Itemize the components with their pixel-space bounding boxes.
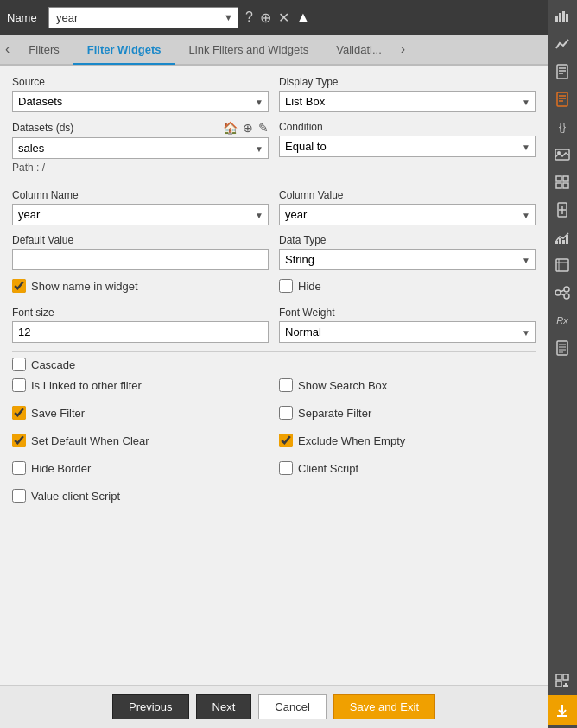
name-label: Name <box>7 11 41 24</box>
data-type-select[interactable]: String <box>279 249 536 270</box>
svg-rect-39 <box>563 674 568 680</box>
save-exit-button[interactable]: Save and Exit <box>333 694 435 719</box>
sidebar-icon-4[interactable]: {} <box>549 114 575 140</box>
sidebar-icon-8[interactable] <box>549 225 575 250</box>
divider <box>12 351 536 352</box>
svg-rect-0 <box>555 16 558 22</box>
sidebar-icon-9[interactable] <box>549 252 575 278</box>
sidebar-icon-11[interactable]: Rx <box>549 307 575 333</box>
svg-rect-24 <box>566 235 568 244</box>
sidebar-icon-1[interactable] <box>549 31 575 57</box>
form-area: Source Datasets Display Type List Box <box>0 66 548 685</box>
sidebar-icon-12[interactable] <box>549 335 575 361</box>
client-script-checkbox[interactable] <box>279 461 293 475</box>
separate-filter-label: Separate Filter <box>298 407 371 420</box>
close-icon[interactable]: ✕ <box>278 9 289 26</box>
next-button[interactable]: Next <box>196 694 252 719</box>
move-icon[interactable]: ⊕ <box>260 9 271 26</box>
value-client-script-row: Value client Script <box>12 489 269 503</box>
path-text: Path : / <box>12 161 269 174</box>
svg-rect-22 <box>559 238 561 244</box>
column-value-select-wrapper: year <box>279 204 536 225</box>
is-linked-checkbox[interactable] <box>12 378 26 392</box>
separate-filter-checkbox[interactable] <box>279 406 293 420</box>
font-size-label: Font size <box>12 307 269 319</box>
save-filter-row: Save Filter <box>12 406 269 420</box>
column-value-select[interactable]: year <box>279 204 536 225</box>
right-sidebar: {} Rx <box>548 0 577 728</box>
condition-select[interactable]: Equal to <box>279 136 536 157</box>
left-checkboxes: Is Linked to other filter Save Filter Se… <box>12 378 269 510</box>
svg-rect-15 <box>563 176 568 181</box>
right-checkboxes: Show Search Box Separate Filter Exclude … <box>279 378 536 510</box>
tab-filters[interactable]: Filters <box>15 36 73 65</box>
home-icon[interactable]: 🏠 <box>223 121 238 135</box>
hide-border-checkbox[interactable] <box>12 461 26 475</box>
data-type-label: Data Type <box>279 234 536 246</box>
previous-button[interactable]: Previous <box>112 694 189 719</box>
tab-link-filters[interactable]: Link Filters and Widgets <box>175 36 323 65</box>
tabs-next-btn[interactable]: › <box>396 35 410 64</box>
exclude-when-empty-label: Exclude When Empty <box>298 434 405 447</box>
display-type-select-wrapper: List Box <box>279 91 536 112</box>
collapse-icon[interactable]: ▲ <box>296 9 310 25</box>
source-label: Source <box>12 76 269 88</box>
separate-filter-row: Separate Filter <box>279 406 536 420</box>
show-name-checkbox[interactable] <box>12 279 26 293</box>
font-size-input[interactable] <box>12 321 269 343</box>
tabs-prev-btn[interactable]: ‹ <box>0 35 15 64</box>
set-default-checkbox[interactable] <box>12 434 26 447</box>
sidebar-icon-7[interactable] <box>549 197 575 223</box>
tab-filter-widgets[interactable]: Filter Widgets <box>73 36 175 65</box>
datasets-label: Datasets (ds) <box>12 122 73 134</box>
cancel-button[interactable]: Cancel <box>258 694 326 719</box>
svg-rect-25 <box>556 259 568 271</box>
column-value-label: Column Value <box>279 189 536 201</box>
sidebar-icon-0[interactable] <box>549 3 575 29</box>
sidebar-icon-2[interactable] <box>549 59 575 85</box>
sidebar-icon-6[interactable] <box>549 169 575 195</box>
exclude-when-empty-row: Exclude When Empty <box>279 434 536 447</box>
svg-rect-8 <box>557 92 567 106</box>
font-weight-select-wrapper: Normal <box>279 321 536 343</box>
svg-rect-33 <box>557 341 567 355</box>
add-icon[interactable]: ⊕ <box>243 121 253 135</box>
source-select[interactable]: Datasets <box>12 91 269 112</box>
sidebar-icon-download[interactable] <box>548 695 577 725</box>
save-filter-label: Save Filter <box>31 407 85 420</box>
tab-validation[interactable]: Validati... <box>322 36 396 65</box>
svg-point-29 <box>564 287 569 292</box>
svg-rect-3 <box>566 14 568 22</box>
column-name-select[interactable]: year <box>12 204 269 225</box>
source-select-wrapper: Datasets <box>12 91 269 112</box>
svg-line-31 <box>561 290 564 292</box>
hide-checkbox[interactable] <box>279 279 293 293</box>
show-search-checkbox[interactable] <box>279 378 293 392</box>
svg-rect-4 <box>557 65 567 79</box>
default-value-input[interactable] <box>12 249 269 270</box>
save-filter-checkbox[interactable] <box>12 406 26 420</box>
font-weight-label: Font Weight <box>279 307 536 319</box>
cascade-checkbox[interactable] <box>12 358 26 371</box>
svg-rect-38 <box>556 674 561 680</box>
sidebar-icon-10[interactable] <box>549 280 575 306</box>
exclude-when-empty-checkbox[interactable] <box>279 434 293 447</box>
sidebar-icon-5[interactable] <box>549 142 575 168</box>
client-script-row: Client Script <box>279 461 536 475</box>
edit-icon[interactable]: ✎ <box>258 121 269 135</box>
help-icon[interactable]: ? <box>245 9 253 25</box>
name-input[interactable] <box>48 7 238 28</box>
column-name-label: Column Name <box>12 189 269 201</box>
sidebar-icon-3[interactable] <box>549 86 575 112</box>
hide-label: Hide <box>298 280 321 293</box>
value-client-script-label: Value client Script <box>31 490 120 503</box>
condition-label: Condition <box>279 121 536 133</box>
datasets-select[interactable]: sales <box>12 137 269 159</box>
display-type-select[interactable]: List Box <box>279 91 536 112</box>
font-weight-select[interactable]: Normal <box>279 321 536 343</box>
sidebar-icon-13[interactable] <box>549 668 575 693</box>
value-client-script-checkbox[interactable] <box>12 489 26 503</box>
svg-point-28 <box>555 290 561 295</box>
condition-select-wrapper: Equal to <box>279 136 536 157</box>
show-name-row: Show name in widget <box>12 279 269 293</box>
